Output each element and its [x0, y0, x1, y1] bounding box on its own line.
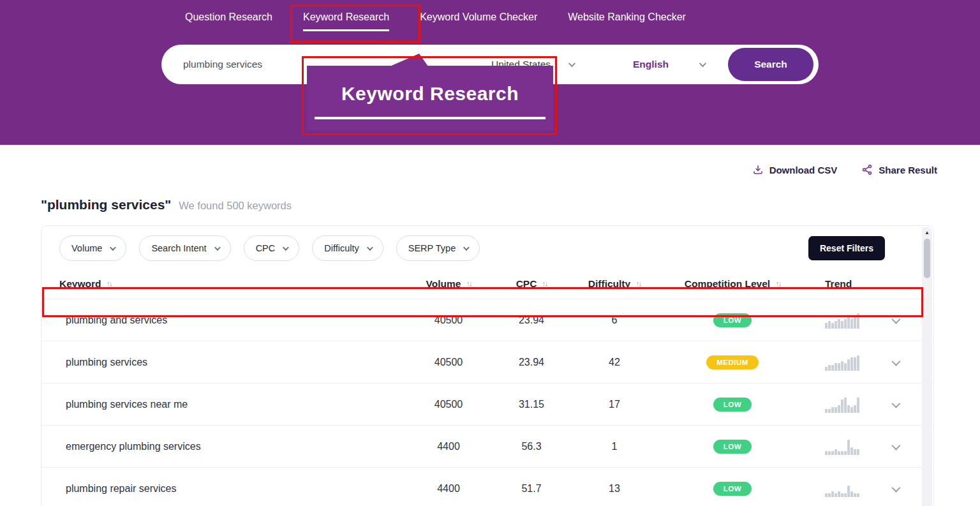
language-select[interactable]: English — [633, 45, 704, 84]
sort-icon[interactable]: ↑↓ — [775, 279, 780, 288]
trend-bar — [841, 451, 843, 455]
trend-bar — [838, 451, 840, 455]
competition-badge: LOW — [713, 482, 752, 496]
filter-serp-type[interactable]: SERP Type — [396, 235, 480, 261]
trend-bar — [847, 359, 850, 371]
column-label: Difficulty — [588, 278, 630, 290]
trend-cell — [806, 312, 876, 329]
callout-arrow — [390, 54, 428, 66]
chevron-down-icon — [699, 60, 706, 67]
share-result-button[interactable]: Share Result — [861, 164, 937, 175]
trend-bar — [841, 493, 843, 497]
nav-tab-keyword-volume-checker[interactable]: Keyword Volume Checker — [420, 11, 537, 31]
trend-bar — [831, 491, 834, 497]
trend-bar — [828, 365, 831, 371]
share-result-label: Share Result — [879, 165, 937, 175]
filter-label: Volume — [71, 243, 102, 253]
trend-bar — [828, 409, 831, 413]
result-count: We found 500 keywords — [179, 200, 292, 212]
trend-bar — [835, 493, 837, 497]
callout-underline — [315, 117, 546, 119]
filter-difficulty[interactable]: Difficulty — [312, 235, 383, 261]
download-csv-button[interactable]: Download CSV — [752, 164, 838, 175]
trend-bar — [850, 447, 853, 455]
scroll-up-arrow[interactable]: ▲ — [922, 227, 932, 237]
trend-cell — [806, 354, 876, 371]
table-row[interactable]: plumbing services4050023.9442MEDIUM — [41, 341, 933, 383]
table-row[interactable]: plumbing repair services440051.713LOW — [41, 468, 933, 506]
chevron-down-icon[interactable] — [891, 441, 900, 450]
column-header-cpc[interactable]: CPC↑↓ — [493, 278, 570, 290]
trend-bar — [847, 440, 850, 455]
trend-sparkline — [825, 480, 862, 497]
nav-tab-website-ranking-checker[interactable]: Website Ranking Checker — [568, 11, 686, 31]
filter-label: Difficulty — [324, 243, 359, 253]
trend-bar — [831, 407, 834, 413]
trend-sparkline — [825, 396, 862, 413]
chevron-down-icon[interactable] — [891, 357, 900, 366]
column-header-volume[interactable]: Volume↑↓ — [404, 278, 493, 290]
trend-bar — [838, 319, 840, 329]
trend-bar — [844, 363, 847, 371]
sort-icon[interactable]: ↑↓ — [635, 279, 641, 288]
cpc-cell: 56.3 — [493, 441, 570, 452]
filter-cpc[interactable]: CPC — [244, 235, 300, 261]
trend-bar — [835, 449, 837, 455]
trend-bar — [838, 491, 840, 497]
table-row[interactable]: emergency plumbing services440056.31LOW — [41, 426, 933, 468]
cpc-cell: 23.94 — [493, 315, 570, 326]
chevron-down-icon — [367, 244, 373, 251]
table-row[interactable]: plumbing and services4050023.946LOW — [41, 299, 933, 341]
trend-bar — [850, 357, 853, 371]
column-label: Trend — [825, 278, 852, 290]
result-heading: "plumbing services" We found 500 keyword… — [41, 197, 980, 212]
trend-bar — [835, 363, 837, 371]
filter-search-intent[interactable]: Search Intent — [139, 235, 230, 261]
search-button[interactable]: Search — [728, 48, 813, 81]
chevron-down-icon[interactable] — [891, 315, 900, 324]
expand-cell — [876, 486, 914, 492]
difficulty-cell: 6 — [570, 315, 659, 326]
page: Question ResearchKeyword ResearchKeyword… — [0, 0, 980, 506]
nav-tab-question-research[interactable]: Question Research — [185, 11, 272, 31]
chevron-down-icon[interactable] — [891, 483, 900, 492]
main-nav: Question ResearchKeyword ResearchKeyword… — [185, 11, 686, 31]
filter-label: CPC — [256, 243, 276, 253]
filter-volume[interactable]: Volume — [59, 235, 126, 261]
chevron-down-icon[interactable] — [891, 399, 900, 408]
keyword-cell: plumbing repair services — [59, 483, 404, 495]
share-icon — [861, 164, 873, 175]
table-row[interactable]: plumbing services near me4050031.1517LOW — [41, 383, 933, 426]
column-header-competition-level[interactable]: Competition Level↑↓ — [659, 278, 806, 290]
results-card: VolumeSearch IntentCPCDifficultySERP Typ… — [41, 225, 934, 506]
sort-icon[interactable]: ↑↓ — [466, 279, 471, 288]
column-header-keyword[interactable]: Keyword↑↓ — [59, 278, 404, 290]
sort-icon[interactable]: ↑↓ — [542, 279, 547, 288]
trend-bar — [838, 363, 840, 371]
column-header-difficulty[interactable]: Difficulty↑↓ — [570, 278, 659, 290]
column-header-trend: Trend — [806, 278, 876, 290]
expand-cell — [876, 443, 914, 450]
trend-bar — [850, 407, 853, 413]
trend-cell — [806, 396, 876, 413]
column-label: Competition Level — [685, 278, 770, 290]
sort-icon[interactable]: ↑↓ — [106, 279, 111, 288]
reset-filters-button[interactable]: Reset Filters — [808, 236, 885, 260]
nav-tab-keyword-research[interactable]: Keyword Research — [303, 11, 389, 31]
competition-badge: LOW — [713, 313, 752, 327]
scrollbar[interactable]: ▲ — [922, 227, 932, 506]
scroll-thumb[interactable] — [924, 239, 930, 278]
query-heading: "plumbing services" — [41, 197, 171, 212]
language-label: English — [633, 59, 669, 70]
trend-bar — [847, 486, 850, 497]
filter-group: VolumeSearch IntentCPCDifficultySERP Typ… — [59, 235, 480, 261]
trend-bar — [831, 365, 834, 371]
trend-bar — [854, 449, 856, 455]
callout-title: Keyword Research — [341, 83, 519, 105]
trend-bar — [857, 313, 859, 329]
keyword-cell: plumbing services near me — [59, 399, 404, 410]
difficulty-cell: 13 — [570, 483, 659, 495]
difficulty-cell: 17 — [570, 399, 659, 410]
volume-cell: 40500 — [404, 357, 493, 368]
chevron-down-icon — [283, 244, 289, 251]
